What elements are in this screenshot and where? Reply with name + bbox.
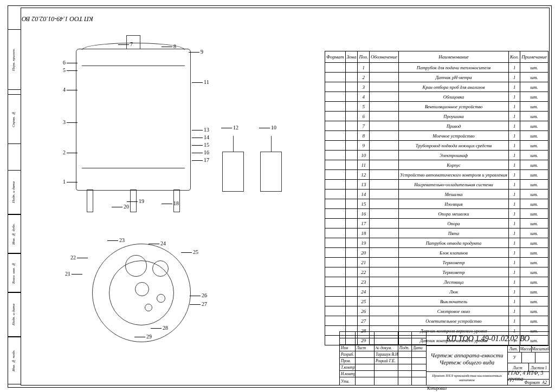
parts-list-table: Формат Зона Поз. Обозначение Наименовани… [325, 51, 548, 345]
callout-13: 13 [204, 127, 209, 133]
table-row: 6Проушина1шт. [325, 112, 548, 121]
callout-7: 7 [130, 41, 133, 47]
strip-cell-1: Перв. примен. [8, 29, 21, 90]
col-zone: Зона [345, 51, 358, 63]
table-row: 24Люк1шт. [325, 287, 548, 297]
callout-29: 29 [146, 334, 152, 339]
table-row: 12Устройство автоматического контроля и … [325, 170, 548, 180]
callout-15: 15 [204, 142, 209, 148]
tb-role-3: Т.контр. [340, 364, 427, 371]
callout-24: 24 [160, 240, 166, 246]
col-note: Примечание [520, 51, 548, 63]
callout-14: 14 [204, 134, 209, 140]
callout-9: 9 [201, 49, 203, 55]
callout-8: 8 [173, 43, 176, 49]
parts-list-header: Формат Зона Поз. Обозначение Наименовани… [325, 51, 548, 63]
table-row: 7Привод1шт. [325, 121, 548, 131]
strip-cell-5: Взам. инв. № [8, 253, 21, 292]
left-strip: Перв. примен. Справ. № Подп. и дата Инв.… [8, 8, 21, 386]
tb-format: Формат А2 [508, 380, 549, 385]
strip-cell-4: Инв. № дубл. [8, 214, 21, 253]
strip-cell-6: Подп. и дата [8, 292, 21, 337]
table-row: 20Блок клапанов1шт. [325, 248, 548, 258]
table-row: 9Трубопровод подвода моющих средств1шт. [325, 141, 548, 151]
table-row: 22Термометр1шт. [325, 267, 548, 277]
strip-cell-2: Справ. № [8, 94, 21, 144]
table-row: 16Опора мешалки1шт. [325, 209, 548, 219]
title-block: Изм Лист № докум. Подп. Дата Разраб. Тар… [339, 331, 550, 386]
table-row: 10Электрошкаф1шт. [325, 151, 548, 160]
callout-11: 11 [204, 79, 209, 85]
table-row: 17Опора1шт. [325, 219, 548, 228]
callout-16: 16 [204, 149, 209, 155]
callout-1: 1 [63, 179, 66, 185]
callout-19: 19 [139, 198, 144, 204]
callout-12: 12 [233, 125, 238, 130]
tb-title: Чертеж аппарата-емкости Чертеж общего ви… [427, 346, 508, 372]
table-row: 23Лестница1шт. [325, 277, 548, 287]
callout-10: 10 [271, 125, 276, 130]
drawing-sheet: КП ТОО 1.49-01.02.02 ВО Перв. примен. Сп… [0, 0, 555, 392]
tb-org: ГГАУ, 4 ИТФ, 3 группа [508, 372, 549, 380]
col-qty: Кол. [509, 51, 520, 63]
tb-doc-number: КП ТОО 1.49-01.02.02 ВО [427, 332, 549, 346]
table-row: 25Выключатель1шт. [325, 297, 548, 306]
table-row: 13Нагревательно-охладительная система1шт… [325, 180, 548, 190]
tank-side-view [76, 49, 191, 191]
strip-cell-7: Инв. № подл. [8, 337, 21, 384]
table-row: 27Осветительное устройство1шт. [325, 316, 548, 326]
callout-18: 18 [173, 200, 179, 206]
callout-5: 5 [63, 67, 66, 73]
table-row: 1Патрубок для подачи теплоносителя1шт. [325, 63, 548, 73]
tb-role-1: Разраб. Тарашук В.И. [340, 351, 427, 358]
col-format: Формат [325, 51, 345, 63]
col-pos: Поз. [358, 51, 370, 63]
tank-legs [81, 190, 184, 211]
callout-4: 4 [63, 87, 66, 93]
cabinet-12 [222, 152, 244, 192]
callout-27: 27 [202, 301, 207, 307]
callout-22: 22 [70, 254, 76, 260]
copied-by-label: Копировал [427, 386, 447, 391]
table-row: 14Мешалка1шт. [325, 190, 548, 199]
callout-21: 21 [65, 271, 70, 277]
callout-26: 26 [202, 292, 207, 298]
drawing-area: 6 5 4 3 2 1 7 8 9 11 13 14 15 16 17 12 1… [33, 38, 314, 341]
tank-top-view [92, 244, 191, 342]
table-row: 21Термометр1шт. [325, 258, 548, 267]
table-row: 5Вентиляционное устройство1шт. [325, 102, 548, 112]
cabinet-10 [260, 152, 282, 192]
callout-25: 25 [193, 249, 198, 255]
table-row: 11Корпус1шт. [325, 160, 548, 170]
doc-number-mirrored: КП ТОО 1.49-01.02.02 ВО [22, 13, 130, 22]
col-designation: Обозначение [370, 51, 399, 63]
table-row: 2Датчик рН-метра1шт. [325, 73, 548, 82]
callout-6: 6 [63, 60, 66, 66]
callout-23: 23 [119, 237, 125, 243]
table-row: 18Пята1шт. [325, 228, 548, 238]
callout-28: 28 [163, 325, 168, 331]
tb-project: Проект ПТЛ производства кисломолочных на… [427, 372, 508, 385]
table-row: 19Патрубок отвода продукта1шт. [325, 238, 548, 248]
strip-cell-3: Подп. и дата [8, 170, 21, 214]
callout-20: 20 [124, 204, 129, 210]
tb-role-4: Н.контр. [340, 371, 427, 377]
tb-header-row: Изм Лист № докум. Подп. Дата [340, 345, 427, 351]
tb-meta: Лит. Масса Масштаб У Лист Листов 1 [508, 346, 549, 372]
table-row: 3Кран отбора проб для анализов1шт. [325, 82, 548, 92]
tb-role-2: Пров. Роцкий Г.Е. [340, 358, 427, 364]
table-row: 4Облицовка1шт. [325, 92, 548, 102]
table-row: 15Изоляция1шт. [325, 199, 548, 209]
callout-17: 17 [204, 157, 209, 163]
table-row: 8Моечное устройство1шт. [325, 131, 548, 141]
col-name: Наименование [399, 51, 509, 63]
table-row: 26Смотровое окно1шт. [325, 306, 548, 316]
callout-2: 2 [63, 149, 66, 155]
tb-role-5: Утв. [340, 377, 427, 385]
callout-3: 3 [63, 119, 66, 125]
